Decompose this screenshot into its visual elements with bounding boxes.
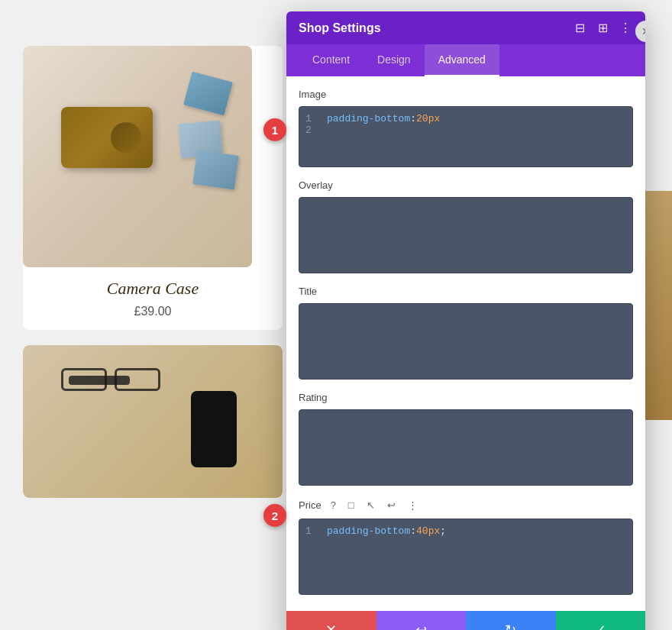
step-badge-1: 1 [263,118,286,141]
product-card-camera: Camera Case £39.00 [23,46,283,330]
more-icon[interactable]: ⋮ [618,21,633,35]
product-name: Camera Case [34,279,271,299]
line-num-2: 2 [305,124,318,136]
product-image-glasses [23,345,283,498]
undo-icon: ↩ [415,622,427,630]
price-code-value: 40px [416,525,440,537]
product-card-glasses [23,345,283,498]
action-bar: ✕ ↩ ↻ ✓ [286,611,645,630]
code-editor-title[interactable] [299,303,633,380]
glasses-lens-right [115,368,160,391]
section-label-price: Price [299,499,321,511]
product-info: Camera Case £39.00 [23,267,283,330]
code-editor-price[interactable]: 1 padding-bottom : 40px ; [299,519,633,595]
undo-small-icon[interactable]: ↩ [384,498,399,512]
code-line-1: 1 padding-bottom : 20px [305,113,626,124]
section-label-image: Image [299,89,633,100]
code-editor-rating[interactable] [299,409,633,486]
photo-card-1 [183,72,233,116]
product-image-camera [23,46,252,267]
panel-body: Image 1 padding-bottom : 20px 2 Overlay … [286,76,645,611]
step-badge-2: 2 [263,504,286,527]
settings-panel: ✕ Shop Settings ⊟ ⊞ ⋮ Content Design Adv… [286,11,645,630]
confirm-button[interactable]: ✓ [556,611,646,630]
photo-card-3 [192,150,239,189]
section-label-rating: Rating [299,392,633,403]
camera-case-image [61,107,153,168]
split-icon[interactable]: ⊞ [595,21,610,35]
tab-content[interactable]: Content [299,44,363,76]
close-icon: ✕ [641,25,645,37]
code-property-image: padding-bottom [327,113,410,124]
tab-design[interactable]: Design [363,44,425,76]
minimize-icon[interactable]: ⊟ [572,21,587,35]
code-editor-image[interactable]: 1 padding-bottom : 20px 2 [299,106,633,167]
price-code-property: padding-bottom [327,525,410,537]
redo-icon: ↻ [505,622,516,630]
glasses-lens-left [61,368,107,391]
code-line-2: 2 [305,124,626,136]
panel-title: Shop Settings [299,21,381,35]
copy-icon[interactable]: □ [345,498,357,512]
section-toolbar-price: Price ? □ ↖ ↩ ⋮ [299,498,633,512]
tabs-bar: Content Design Advanced [286,44,645,76]
help-icon[interactable]: ? [328,498,339,512]
undo-button[interactable]: ↩ [376,611,467,630]
tab-advanced[interactable]: Advanced [425,44,499,76]
code-editor-overlay[interactable] [299,197,633,273]
section-label-title: Title [299,286,633,297]
phone [191,391,237,467]
price-line-num-1: 1 [305,525,318,537]
cancel-icon: ✕ [325,622,337,630]
cancel-button[interactable]: ✕ [286,611,376,630]
code-value-image: 20px [416,113,440,124]
panel-header-icons: ⊟ ⊞ ⋮ [572,21,633,35]
cursor-icon[interactable]: ↖ [363,498,378,512]
options-icon[interactable]: ⋮ [405,498,421,512]
price-code-line-1: 1 padding-bottom : 40px ; [305,525,626,537]
section-label-overlay: Overlay [299,179,633,191]
product-price: £39.00 [34,305,271,318]
confirm-icon: ✓ [595,622,606,630]
product-area: Camera Case £39.00 [23,46,283,513]
redo-button[interactable]: ↻ [466,611,556,630]
panel-header: Shop Settings ⊟ ⊞ ⋮ [286,11,645,44]
line-num-1: 1 [305,113,318,124]
